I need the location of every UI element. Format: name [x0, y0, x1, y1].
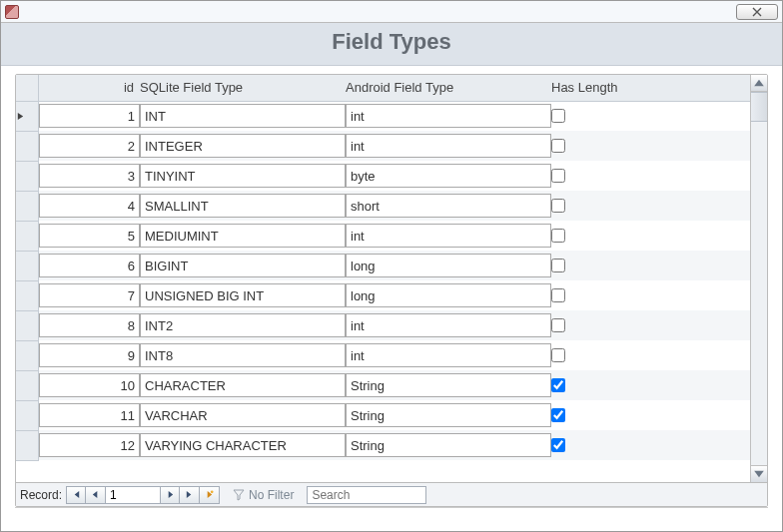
- row-selector[interactable]: [16, 101, 38, 131]
- android-input[interactable]: [346, 164, 551, 188]
- nav-last-button[interactable]: [180, 486, 200, 504]
- col-header-has[interactable]: Has Length: [551, 75, 643, 101]
- android-input[interactable]: [346, 343, 551, 367]
- nav-record-input[interactable]: [106, 486, 160, 504]
- col-header-id[interactable]: id: [38, 75, 140, 101]
- android-input[interactable]: [346, 194, 551, 218]
- sqlite-input[interactable]: [140, 373, 346, 397]
- nav-next-button[interactable]: [160, 486, 180, 504]
- id-input[interactable]: [39, 164, 141, 188]
- close-button[interactable]: [736, 4, 778, 20]
- has-length-checkbox[interactable]: [551, 169, 565, 183]
- sqlite-input[interactable]: [140, 164, 346, 188]
- sqlite-input[interactable]: [140, 313, 346, 337]
- form-window: Field Types id SQLite Field Type Android…: [0, 0, 783, 532]
- header-row: id SQLite Field Type Android Field Type …: [16, 75, 750, 101]
- id-input[interactable]: [39, 403, 141, 427]
- row-selector[interactable]: [16, 430, 38, 460]
- record-navigator: Record: No Filter: [16, 482, 767, 506]
- android-input[interactable]: [346, 373, 551, 397]
- android-input[interactable]: [346, 134, 551, 158]
- has-length-checkbox[interactable]: [551, 229, 565, 243]
- id-input[interactable]: [39, 283, 141, 307]
- table-row: [16, 340, 750, 370]
- datasheet: id SQLite Field Type Android Field Type …: [15, 74, 768, 507]
- row-selector[interactable]: [16, 251, 38, 280]
- table-row: [16, 101, 750, 131]
- row-selector[interactable]: [16, 400, 38, 430]
- sqlite-input[interactable]: [140, 403, 346, 427]
- sqlite-input[interactable]: [140, 224, 346, 248]
- current-row-icon: [16, 112, 25, 121]
- sqlite-input[interactable]: [140, 283, 346, 307]
- vertical-scrollbar[interactable]: [750, 75, 767, 482]
- row-selector[interactable]: [16, 310, 38, 340]
- col-header-android[interactable]: Android Field Type: [346, 75, 551, 101]
- table-row: [16, 251, 750, 280]
- svg-point-0: [211, 490, 214, 493]
- row-selector[interactable]: [16, 191, 38, 221]
- has-length-checkbox[interactable]: [551, 378, 565, 392]
- row-selector[interactable]: [16, 340, 38, 370]
- row-selector-header[interactable]: [16, 75, 38, 101]
- has-length-checkbox[interactable]: [551, 408, 565, 422]
- id-input[interactable]: [39, 194, 141, 218]
- android-input[interactable]: [346, 313, 551, 337]
- row-selector[interactable]: [16, 161, 38, 191]
- row-selector[interactable]: [16, 221, 38, 251]
- scroll-down-button[interactable]: [751, 465, 767, 482]
- id-input[interactable]: [39, 433, 141, 457]
- table-row: [16, 310, 750, 340]
- id-input[interactable]: [39, 224, 141, 248]
- id-input[interactable]: [39, 373, 141, 397]
- android-input[interactable]: [346, 224, 551, 248]
- has-length-checkbox[interactable]: [551, 199, 565, 213]
- scroll-up-button[interactable]: [751, 75, 767, 92]
- id-input[interactable]: [39, 254, 141, 277]
- id-input[interactable]: [39, 343, 141, 367]
- data-grid: id SQLite Field Type Android Field Type …: [16, 75, 750, 461]
- has-length-checkbox[interactable]: [551, 259, 565, 272]
- outer-nav-spacer: [15, 507, 768, 525]
- has-length-checkbox[interactable]: [551, 348, 565, 362]
- nav-new-button[interactable]: [200, 486, 220, 504]
- sqlite-input[interactable]: [140, 104, 346, 128]
- has-length-checkbox[interactable]: [551, 318, 565, 332]
- android-input[interactable]: [346, 433, 551, 457]
- android-input[interactable]: [346, 104, 551, 128]
- table-row: [16, 131, 750, 161]
- row-selector[interactable]: [16, 280, 38, 310]
- scroll-thumb[interactable]: [751, 92, 767, 122]
- android-input[interactable]: [346, 283, 551, 307]
- nav-first-button[interactable]: [66, 486, 86, 504]
- has-length-checkbox[interactable]: [551, 139, 565, 153]
- table-row: [16, 370, 750, 400]
- has-length-checkbox[interactable]: [551, 109, 565, 123]
- id-input[interactable]: [39, 134, 141, 158]
- col-header-blank: [643, 75, 750, 101]
- table-row: [16, 191, 750, 221]
- nav-prev-button[interactable]: [86, 486, 106, 504]
- table-row: [16, 400, 750, 430]
- table-row: [16, 430, 750, 460]
- sqlite-input[interactable]: [140, 343, 346, 367]
- page-title: Field Types: [1, 23, 782, 66]
- row-selector[interactable]: [16, 370, 38, 400]
- sqlite-input[interactable]: [140, 254, 346, 277]
- sqlite-input[interactable]: [140, 194, 346, 218]
- sqlite-input[interactable]: [140, 134, 346, 158]
- has-length-checkbox[interactable]: [551, 288, 565, 302]
- table-row: [16, 161, 750, 191]
- has-length-checkbox[interactable]: [551, 438, 565, 452]
- close-icon: [752, 7, 762, 17]
- table-row: [16, 280, 750, 310]
- sqlite-input[interactable]: [140, 433, 346, 457]
- id-input[interactable]: [39, 313, 141, 337]
- id-input[interactable]: [39, 104, 141, 128]
- android-input[interactable]: [346, 403, 551, 427]
- row-selector[interactable]: [16, 131, 38, 161]
- search-input[interactable]: [307, 486, 426, 504]
- col-header-sqlite[interactable]: SQLite Field Type: [140, 75, 346, 101]
- no-filter[interactable]: No Filter: [226, 486, 301, 504]
- android-input[interactable]: [346, 254, 551, 277]
